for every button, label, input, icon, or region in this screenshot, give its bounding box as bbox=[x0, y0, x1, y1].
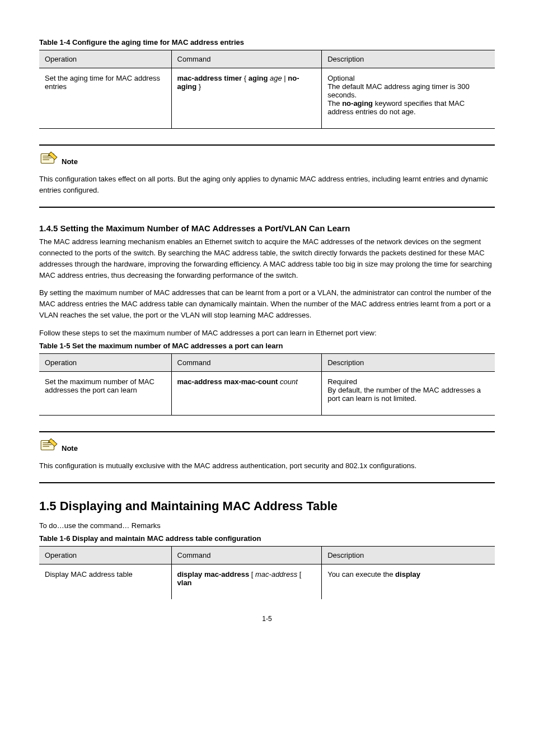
note-text: This configuration takes effect on all p… bbox=[39, 174, 495, 195]
cmd-kw: aging bbox=[249, 74, 268, 82]
cmd-txt: [ bbox=[297, 570, 301, 578]
body-paragraph: By setting the maximum number of MAC add… bbox=[39, 287, 495, 321]
table-1-5: Operation Command Description Set the ma… bbox=[39, 353, 495, 416]
table-header-row: Operation Command Description bbox=[39, 353, 495, 371]
follow-steps: To do…use the command… Remarks bbox=[39, 521, 495, 530]
table-row: Set the aging time for MAC address entri… bbox=[39, 68, 495, 129]
table-header-row: Operation Command Description bbox=[39, 547, 495, 564]
note-label: Note bbox=[62, 444, 78, 452]
page-number: 1-5 bbox=[39, 615, 495, 623]
table-1-4: Operation Command Description Set the ag… bbox=[39, 50, 495, 129]
table-caption-1-6: Table 1-6 Display and maintain MAC addre… bbox=[39, 534, 495, 543]
cmd-kw: mac-address max-mac-count bbox=[177, 377, 278, 386]
table-caption-1-5: Table 1-5 Set the maximum number of MAC … bbox=[39, 342, 495, 350]
col-operation: Operation bbox=[39, 547, 171, 564]
cmd-arg: mac-address bbox=[255, 570, 297, 578]
cell-description: Required By default, the number of the M… bbox=[322, 371, 495, 415]
table-1-6: Operation Command Description Display MA… bbox=[39, 546, 495, 599]
col-command: Command bbox=[171, 50, 322, 68]
col-command: Command bbox=[171, 547, 322, 564]
desc-line: The no-aging keyword specifies that MAC … bbox=[327, 99, 489, 116]
cell-command: display mac-address [ mac-address [ vlan bbox=[171, 564, 322, 600]
col-command: Command bbox=[171, 353, 322, 371]
page: Table 1-4 Configure the aging time for M… bbox=[0, 0, 534, 656]
follow-steps: Follow these steps to set the maximum nu… bbox=[39, 329, 495, 337]
cell-description: You can execute the display bbox=[322, 564, 495, 600]
cell-description: Optional The default MAC address aging t… bbox=[322, 68, 495, 129]
note-icon bbox=[39, 151, 58, 166]
cmd-arg: count bbox=[280, 377, 298, 386]
cmd-txt: [ bbox=[249, 570, 255, 578]
desc-txt: The bbox=[327, 99, 342, 108]
cell-command: mac-address max-mac-count count bbox=[171, 371, 322, 415]
desc-kw: no-aging bbox=[342, 99, 373, 108]
cell-operation: Set the aging time for MAC address entri… bbox=[39, 68, 171, 129]
note-label: Note bbox=[62, 157, 78, 166]
table-row: Set the maximum number of MAC addresses … bbox=[39, 371, 495, 415]
col-operation: Operation bbox=[39, 50, 171, 68]
table-caption-1-4: Table 1-4 Configure the aging time for M… bbox=[39, 38, 495, 46]
cell-command: mac-address timer { aging age | no-aging… bbox=[171, 68, 322, 129]
cmd-arg: age bbox=[270, 74, 282, 82]
col-description: Description bbox=[322, 547, 495, 564]
col-operation: Operation bbox=[39, 353, 171, 371]
note-text: This configuration is mutually exclusive… bbox=[39, 460, 495, 472]
table-header-row: Operation Command Description bbox=[39, 50, 495, 68]
col-description: Description bbox=[322, 353, 495, 371]
desc-line: The default MAC address aging timer is 3… bbox=[327, 82, 489, 99]
desc-kw: display bbox=[395, 570, 420, 578]
col-description: Description bbox=[322, 50, 495, 68]
cmd-txt: } bbox=[196, 82, 201, 91]
body-paragraph: The MAC address learning mechanism enabl… bbox=[39, 236, 495, 282]
heading-1-5: 1.5 Displaying and Maintaining MAC Addre… bbox=[39, 499, 495, 514]
cell-operation: Set the maximum number of MAC addresses … bbox=[39, 371, 171, 415]
desc-line: By default, the number of the MAC addres… bbox=[327, 386, 489, 403]
table-row: Display MAC address table display mac-ad… bbox=[39, 564, 495, 600]
note-icon bbox=[39, 438, 58, 452]
cmd-kw: mac-address timer bbox=[177, 74, 242, 82]
note-head: Note bbox=[39, 151, 495, 166]
desc-line: Required bbox=[327, 377, 489, 386]
heading-1-4-5: 1.4.5 Setting the Maximum Number of MAC … bbox=[39, 223, 495, 233]
cmd-kw: display mac-address bbox=[177, 570, 250, 578]
note-head: Note bbox=[39, 438, 495, 452]
desc-txt: You can execute the bbox=[327, 570, 395, 578]
cmd-txt: { bbox=[242, 74, 249, 82]
cmd-kw: vlan bbox=[177, 578, 192, 587]
note-block: Note This configuration takes effect on … bbox=[39, 144, 495, 208]
cell-operation: Display MAC address table bbox=[39, 564, 171, 600]
desc-line: Optional bbox=[327, 74, 489, 82]
cmd-txt: | bbox=[282, 74, 288, 82]
note-block: Note This configuration is mutually excl… bbox=[39, 431, 495, 484]
